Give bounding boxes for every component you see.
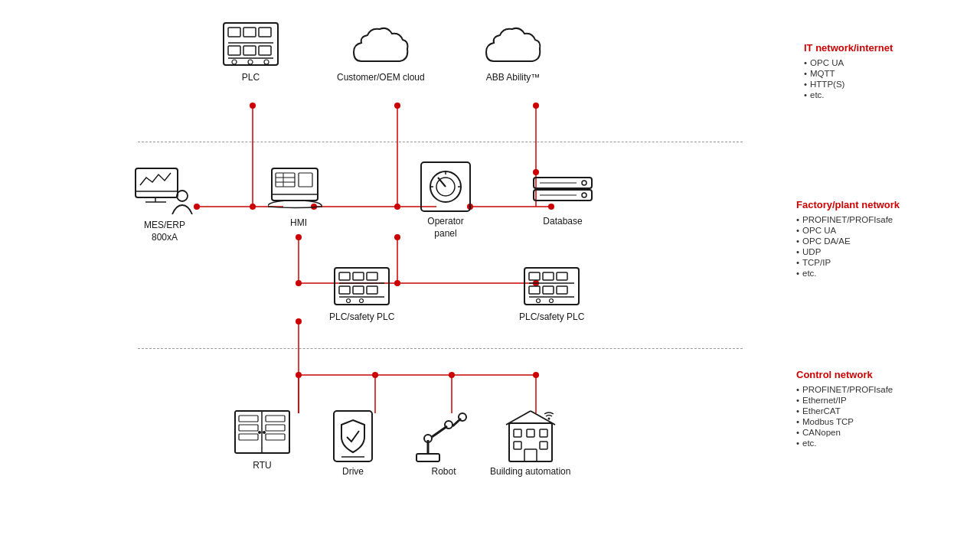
plc-icon	[222, 21, 279, 69]
building-auto-node: Building automation	[490, 409, 570, 478]
hmi-icon	[268, 167, 329, 214]
svg-rect-99	[239, 434, 258, 440]
svg-rect-107	[416, 454, 439, 461]
svg-rect-89	[529, 286, 540, 294]
svg-point-3	[394, 103, 400, 109]
svg-point-29	[533, 372, 539, 378]
svg-point-93	[537, 299, 541, 303]
factory-network-item-6: etc.	[796, 269, 957, 278]
svg-point-21	[394, 280, 400, 286]
robot-icon	[415, 409, 472, 463]
control-network-item-5: CANopen	[796, 428, 957, 437]
svg-point-13	[394, 204, 400, 210]
svg-rect-98	[239, 425, 258, 431]
svg-rect-121	[540, 442, 547, 449]
svg-rect-75	[353, 272, 364, 280]
svg-point-113	[459, 413, 466, 421]
abb-ability-label: ABB Ability™	[486, 72, 541, 84]
rtu-node: RTU	[234, 409, 291, 472]
drive-icon	[331, 409, 375, 463]
svg-point-45	[232, 60, 237, 64]
rtu-icon	[234, 409, 291, 457]
mes-erp-node: MES/ERP800xA	[134, 167, 195, 243]
database-label: Database	[543, 216, 582, 228]
svg-point-34	[533, 169, 539, 175]
svg-point-83	[360, 299, 364, 303]
svg-point-52	[177, 191, 188, 201]
svg-point-69	[582, 181, 586, 185]
svg-rect-86	[543, 272, 554, 280]
plc-safety-right-icon	[523, 266, 580, 308]
svg-rect-79	[353, 286, 364, 294]
plc-safety-left-label: PLC/safety PLC	[329, 311, 394, 324]
svg-rect-78	[339, 286, 350, 294]
svg-rect-38	[243, 28, 256, 37]
rtu-label: RTU	[253, 460, 271, 472]
factory-network-item-2: OPC UA	[796, 226, 957, 235]
operator-panel-icon	[420, 161, 472, 213]
operator-panel-node: Operatorpanel	[420, 161, 472, 240]
svg-point-94	[550, 299, 554, 303]
it-network-item-1: OPC UA	[804, 58, 957, 67]
svg-point-28	[449, 372, 455, 378]
control-network-item-2: Ethernet/IP	[796, 396, 957, 405]
svg-rect-41	[228, 46, 240, 55]
control-network-item-6: etc.	[796, 439, 957, 448]
svg-rect-59	[299, 173, 312, 187]
svg-rect-118	[527, 429, 534, 437]
customer-cloud-label: Customer/OEM cloud	[337, 72, 425, 84]
svg-rect-39	[259, 28, 271, 37]
svg-rect-87	[557, 272, 567, 280]
it-network-title: IT network/internet	[804, 42, 957, 54]
svg-rect-80	[367, 286, 377, 294]
factory-network-item-3: OPC DA/AE	[796, 236, 957, 246]
control-network-title: Control network	[796, 369, 957, 380]
svg-point-20	[296, 280, 302, 286]
svg-point-103	[258, 431, 261, 434]
svg-rect-74	[339, 272, 350, 280]
divider-2	[138, 348, 743, 349]
control-network-item-1: PROFINET/PROFIsafe	[796, 385, 957, 394]
plc-safety-left-icon	[333, 266, 390, 308]
svg-point-18	[394, 234, 400, 240]
plc-safety-left-node: PLC/safety PLC	[329, 266, 394, 324]
svg-point-14	[250, 204, 256, 210]
mes-erp-icon	[134, 167, 195, 217]
svg-point-70	[582, 193, 586, 197]
plc-label: PLC	[242, 72, 260, 84]
svg-rect-76	[367, 272, 377, 280]
abb-ability-node: ABB Ability™	[482, 21, 544, 84]
building-auto-icon	[503, 409, 558, 463]
customer-cloud-icon	[346, 21, 415, 69]
hmi-label: HMI	[290, 217, 307, 230]
svg-point-104	[263, 431, 266, 434]
svg-rect-100	[266, 416, 285, 422]
customer-cloud-node: Customer/OEM cloud	[337, 21, 425, 84]
svg-rect-55	[276, 173, 295, 187]
it-network-item-3: HTTP(S)	[804, 80, 957, 89]
svg-rect-105	[334, 411, 372, 461]
svg-point-5	[533, 103, 539, 109]
factory-network-item-1: PROFINET/PROFIsafe	[796, 215, 957, 224]
plc-safety-right-node: PLC/safety PLC	[519, 266, 584, 324]
building-auto-label: Building automation	[490, 466, 570, 478]
plc-safety-right-label: PLC/safety PLC	[519, 311, 584, 324]
it-network-item-2: MQTT	[804, 69, 957, 78]
operator-panel-label: Operatorpanel	[427, 216, 463, 240]
svg-rect-119	[540, 429, 547, 437]
svg-point-26	[296, 372, 302, 378]
factory-network-item-5: TCP/IP	[796, 258, 957, 267]
svg-point-24	[296, 318, 302, 324]
svg-point-16	[296, 234, 302, 240]
svg-point-111	[445, 421, 452, 429]
svg-point-27	[372, 372, 378, 378]
svg-line-110	[432, 426, 447, 437]
svg-rect-37	[228, 28, 240, 37]
svg-point-82	[347, 299, 351, 303]
database-node: Database	[532, 176, 593, 228]
control-network-item-4: Modbus TCP	[796, 417, 957, 426]
svg-rect-101	[266, 425, 285, 431]
robot-node: Robot	[415, 409, 472, 478]
svg-point-1	[250, 103, 256, 109]
it-network-legend: IT network/internet OPC UA MQTT HTTP(S) …	[804, 42, 957, 99]
